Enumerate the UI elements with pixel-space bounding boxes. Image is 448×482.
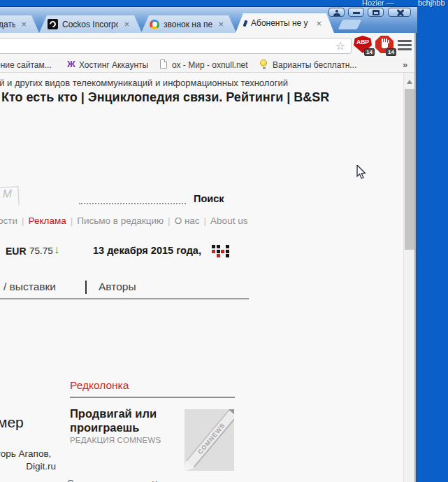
nav-link-reklama[interactable]: Реклама	[29, 215, 66, 226]
maximize-button[interactable]	[368, 8, 384, 17]
tab-2-cockos[interactable]: Cockos Incorpo ×	[39, 15, 142, 33]
browser-window: дать гис × Cockos Incorpo × звонок на пе…	[0, 6, 417, 482]
hand-icon	[382, 42, 388, 48]
bookmark-item[interactable]: ение сайтам...	[0, 60, 52, 70]
left-column-headline-fragment[interactable]: мер	[0, 414, 24, 431]
search-input[interactable]	[79, 194, 186, 204]
site-nav: вости|Реклама|Письмо в редакцию|О нас|Ab…	[0, 215, 247, 226]
address-bar[interactable]: ☆	[0, 38, 352, 54]
editorial-article-image[interactable]: COMNEWS	[185, 409, 234, 471]
divider-line	[0, 298, 249, 299]
comnews-favicon	[243, 20, 248, 27]
bookmark-item[interactable]: ох - Мир - oxnull.net	[172, 60, 248, 70]
tab-close-button[interactable]: ×	[315, 18, 323, 29]
tab-label: Cockos Incorpo	[62, 20, 118, 29]
left-column-byline-fragment: горь Агапов,	[0, 448, 51, 459]
adblock-stop-hand-extension-button[interactable]: 14	[375, 36, 394, 55]
bookmark-star-icon[interactable]: ☆	[335, 39, 345, 52]
site-tagline: ей и других видов телекоммуникаций и инф…	[0, 78, 288, 88]
next-article-fragment: С	[67, 478, 73, 482]
google-favicon	[150, 20, 159, 29]
window-right-border	[414, 33, 417, 482]
scroll-up-arrow-icon[interactable]	[407, 80, 412, 84]
nav-link-pismo[interactable]: Письмо в редакцию	[77, 215, 164, 226]
abp-badge: 14	[364, 48, 375, 56]
next-article-fragment: у	[152, 478, 157, 482]
bookmark-item[interactable]: Варианты бесплатн...	[273, 60, 356, 70]
stop-badge: 14	[386, 48, 396, 56]
close-window-button[interactable]	[388, 8, 411, 17]
site-logo-fragment: M	[0, 186, 20, 206]
currency-down-arrow-icon: ↓	[54, 243, 59, 256]
nav-link-novosti[interactable]: вости	[0, 215, 17, 226]
date-text: 13 декабря 2015 года,	[93, 245, 201, 256]
minimize-button[interactable]	[348, 8, 364, 17]
bookmarks-overflow-chevron[interactable]: »	[403, 59, 407, 70]
desktop-icon-label: bchjhbb	[418, 0, 445, 7]
tab-close-button[interactable]: ×	[20, 19, 28, 29]
pencil-illustration: COMNEWS	[185, 409, 234, 471]
tab-label: дать гис	[0, 20, 15, 29]
lightbulb-bookmark-icon	[260, 59, 267, 66]
nav-link-about-us[interactable]: About us	[210, 215, 247, 226]
tab-label: звонок на пере	[164, 20, 212, 29]
tab-close-button[interactable]: ×	[217, 19, 225, 29]
comnews-grid-icon	[212, 245, 230, 260]
editorial-article-title[interactable]: Продвигай или проиграешь	[70, 406, 157, 434]
menu-divider	[85, 281, 87, 294]
menu-item-vystavki[interactable]: / выставки	[3, 281, 56, 293]
left-column-source: Digit.ru	[0, 461, 56, 472]
hosting-bookmark-icon: Ж	[67, 59, 75, 69]
divider-line	[70, 397, 235, 398]
vertical-scrollbar[interactable]	[403, 73, 414, 482]
browser-toolbar: ☆ ABP 14 14	[0, 33, 414, 58]
tab-4-active[interactable]: Абоненты не у ×	[236, 13, 334, 33]
window-controls	[328, 8, 411, 17]
profile-icon	[335, 10, 338, 13]
menu-button[interactable]	[398, 39, 412, 52]
tab-close-button[interactable]: ×	[122, 19, 131, 29]
page-title: Кто есть кто | Энциклопедия связи. Рейти…	[1, 90, 329, 105]
cockos-favicon	[48, 19, 58, 29]
desktop: Hozier — bchjhbb дать гис × Cockos Incor…	[0, 0, 448, 482]
hamburger-icon	[398, 40, 412, 42]
bookmark-item[interactable]: Хостинг Аккаунты	[79, 60, 148, 70]
nav-link-o-nas[interactable]: О нас	[175, 215, 200, 226]
page-bookmark-icon	[160, 59, 167, 69]
minimize-icon	[353, 12, 360, 14]
currency-code: EUR	[6, 246, 27, 257]
editorial-section-title[interactable]: Редколонка	[70, 379, 129, 392]
menu-item-avtory[interactable]: Авторы	[99, 281, 136, 293]
bookmarks-bar: ение сайтам... Ж Хостинг Аккаунты ох - М…	[0, 58, 414, 73]
tab-label: Абоненты не у	[251, 18, 310, 28]
mouse-cursor	[356, 165, 367, 180]
editorial-author: РЕДАКЦИЯ COMNEWS	[70, 436, 161, 444]
adblock-plus-extension-button[interactable]: ABP 14	[354, 36, 373, 55]
profile-button[interactable]	[328, 8, 345, 17]
page-content: ей и других видов телекоммуникаций и инф…	[0, 73, 414, 482]
currency-value: 75.75	[29, 246, 53, 256]
scrollbar-thumb[interactable]	[405, 89, 414, 250]
maximize-icon	[373, 10, 380, 15]
search-button[interactable]: Поиск	[194, 193, 224, 204]
tab-3-google-search[interactable]: звонок на пере ×	[141, 15, 236, 33]
